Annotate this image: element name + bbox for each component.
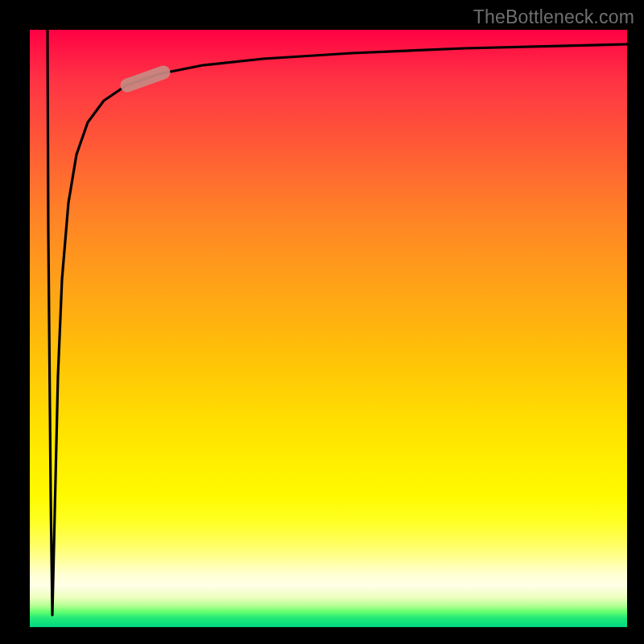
watermark-text: TheBottleneck.com xyxy=(473,6,634,28)
highlight-marker xyxy=(127,72,163,85)
bottleneck-curve xyxy=(47,30,627,615)
plot-area xyxy=(30,30,627,627)
curve-layer xyxy=(30,30,627,627)
chart-frame: TheBottleneck.com xyxy=(0,0,644,644)
